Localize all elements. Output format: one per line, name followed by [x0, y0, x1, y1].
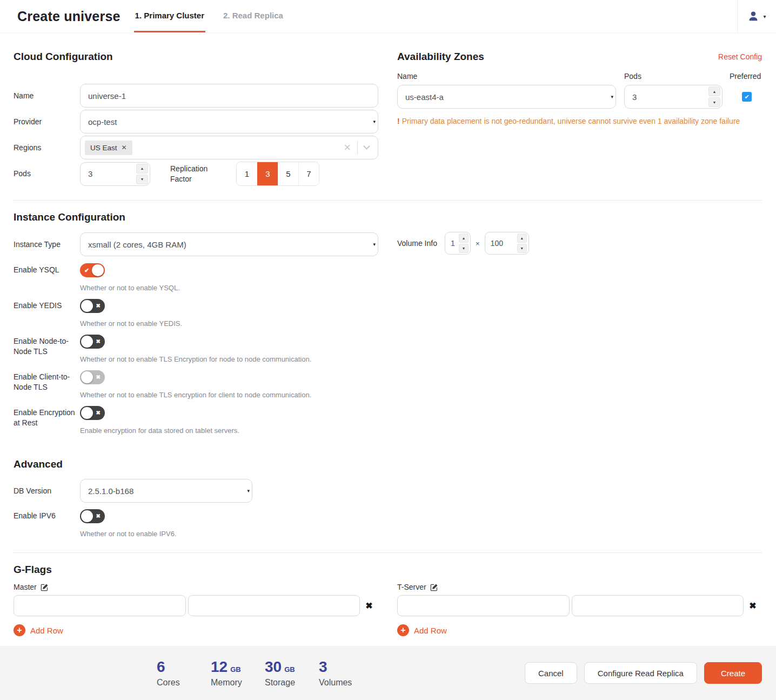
toggle-knob	[92, 264, 104, 276]
volume-info-label: Volume Info	[397, 239, 445, 248]
edit-icon[interactable]	[430, 583, 438, 591]
pods-row: Pods 3 ▲ ▼ Replication Factor 1 3 5	[14, 162, 378, 186]
availability-zones-section: Availability Zones Reset Config Name Pod…	[397, 51, 762, 188]
tab-read-replica[interactable]: 2. Read Replica	[222, 0, 284, 32]
user-icon	[747, 10, 759, 22]
remove-tserver-row-icon[interactable]: ✖	[744, 601, 762, 611]
pods-decrement-button[interactable]: ▼	[136, 175, 148, 184]
replication-factor-5-button[interactable]: 5	[278, 162, 298, 185]
universe-name-input[interactable]	[80, 84, 378, 108]
storage-stat: 30 GB Storage	[265, 658, 319, 688]
instance-type-select[interactable]: xsmall (2 cores, 4GB RAM) ▾	[80, 232, 378, 256]
regions-multiselect[interactable]: US East ✕ ×	[80, 136, 378, 159]
enable-yedis-toggle[interactable]: ✖	[80, 299, 105, 313]
select-arrow-icon: ▾	[373, 242, 376, 247]
master-label: Master	[14, 583, 37, 591]
instance-configuration-heading: Instance Configuration	[14, 211, 378, 223]
enable-ipv6-row: Enable IPV6 ✖ Whether or not to enable I…	[14, 509, 378, 538]
volume-size-increment-button[interactable]: ▲	[517, 234, 527, 243]
az-name-select[interactable]: us-east4-a ▾	[397, 85, 616, 109]
db-version-row: DB Version 2.5.1.0-b168 ▾	[14, 479, 378, 503]
az-name-header: Name	[397, 72, 624, 81]
instance-configuration-section: Instance Configuration Instance Type xsm…	[14, 211, 378, 538]
master-flag-name-input[interactable]	[14, 595, 186, 616]
volume-size-decrement-button[interactable]: ▼	[517, 244, 527, 253]
edit-icon[interactable]	[41, 583, 49, 591]
volume-count-decrement-button[interactable]: ▼	[459, 244, 469, 253]
enable-ysql-toggle[interactable]: ✔	[80, 263, 105, 277]
check-icon: ✔	[84, 268, 89, 274]
az-pods-increment-button[interactable]: ▲	[708, 86, 720, 96]
db-version-select[interactable]: 2.5.1.0-b168 ▾	[80, 479, 252, 503]
az-pods-header: Pods	[624, 72, 730, 81]
tserver-label: T-Server	[397, 583, 426, 591]
enable-client-to-node-tls-helper: Whether or not to enable TLS encryption …	[80, 391, 378, 399]
master-add-row-button[interactable]: + Add Row	[14, 624, 378, 636]
enable-ysql-row: Enable YSQL ✔ Whether or not to enable Y…	[14, 263, 378, 292]
enable-client-to-node-tls-toggle: ✖	[80, 370, 105, 384]
tserver-add-row-button[interactable]: + Add Row	[397, 624, 762, 636]
enable-encryption-at-rest-toggle[interactable]: ✖	[80, 406, 105, 420]
volume-count-stepper[interactable]: 1 ▲ ▼	[445, 232, 471, 255]
cross-icon: ✖	[96, 514, 101, 519]
pods-increment-button[interactable]: ▲	[136, 164, 148, 174]
pods-stepper[interactable]: 3 ▲ ▼	[80, 162, 150, 186]
name-label: Name	[14, 91, 80, 101]
chevron-down-icon: ▾	[763, 14, 766, 19]
enable-node-to-node-tls-label: Enable Node-to-Node TLS	[14, 335, 80, 363]
reset-config-link[interactable]: Reset Config	[718, 52, 762, 61]
replication-factor-7-button[interactable]: 7	[298, 162, 319, 185]
tserver-flag-name-input[interactable]	[397, 595, 570, 616]
enable-node-to-node-tls-toggle[interactable]: ✖	[80, 335, 105, 349]
select-arrow-icon: ▾	[611, 95, 613, 99]
az-pods-stepper[interactable]: 3 ▲ ▼	[624, 85, 723, 109]
enable-ipv6-helper: Whether or not to enable IPV6.	[80, 530, 378, 538]
az-pods-decrement-button[interactable]: ▼	[708, 97, 720, 107]
enable-ipv6-toggle[interactable]: ✖	[80, 509, 105, 523]
enable-yedis-helper: Whether or not to enable YEDIS.	[80, 319, 378, 328]
volume-size-stepper[interactable]: 100 ▲ ▼	[485, 232, 529, 255]
check-icon: ✔	[744, 94, 749, 101]
enable-ysql-label: Enable YSQL	[14, 263, 80, 292]
provider-select[interactable]: ocp-test ▾	[80, 110, 378, 134]
select-arrow-icon: ▾	[373, 119, 376, 124]
volume-count-increment-button[interactable]: ▲	[459, 234, 469, 243]
replication-factor-1-button[interactable]: 1	[237, 162, 257, 185]
memory-stat: 12 GB Memory	[211, 658, 265, 688]
az-warning: !Primary data placement is not geo-redun…	[397, 117, 762, 125]
configure-read-replica-button[interactable]: Configure Read Replica	[584, 662, 697, 684]
tab-primary-cluster[interactable]: 1. Primary Cluster	[134, 0, 205, 32]
replication-factor-3-button[interactable]: 3	[257, 162, 278, 185]
instance-type-row: Instance Type xsmall (2 cores, 4GB RAM) …	[14, 232, 378, 256]
separator	[357, 141, 358, 155]
region-chip-remove-icon[interactable]: ✕	[122, 144, 127, 151]
enable-node-to-node-tls-row: Enable Node-to-Node TLS ✖ Whether or not…	[14, 335, 378, 363]
gflags-section: G-Flags Master ✖	[14, 564, 762, 636]
enable-ysql-helper: Whether or not to enable YSQL.	[80, 284, 378, 292]
create-button[interactable]: Create	[704, 662, 762, 684]
toggle-knob	[81, 336, 93, 348]
gflags-master: Master ✖ + Add Row	[14, 583, 378, 636]
divider	[14, 552, 762, 553]
enable-client-to-node-tls-row: Enable Client-to-Node TLS ✖ Whether or n…	[14, 370, 378, 399]
cross-icon: ✖	[96, 339, 101, 344]
wizard-tabs: 1. Primary Cluster 2. Read Replica	[134, 0, 301, 32]
az-column-headers: Name Pods Preferred	[397, 72, 762, 81]
remove-master-row-icon[interactable]: ✖	[360, 601, 378, 611]
advanced-heading: Advanced	[14, 458, 378, 470]
volumes-stat: 3 Volumes	[319, 658, 373, 688]
cross-icon: ✖	[96, 375, 101, 380]
cancel-button[interactable]: Cancel	[525, 662, 577, 684]
enable-client-to-node-tls-label: Enable Client-to-Node TLS	[14, 370, 80, 399]
master-flag-value-input[interactable]	[188, 595, 360, 616]
tserver-flag-value-input[interactable]	[572, 595, 744, 616]
clear-regions-icon[interactable]: ×	[344, 142, 351, 154]
enable-encryption-at-rest-label: Enable Encryption at Rest	[14, 406, 80, 435]
enable-yedis-label: Enable YEDIS	[14, 299, 80, 328]
enable-node-to-node-tls-helper: Whether or not to enable TLS Encryption …	[80, 355, 378, 363]
instance-type-label: Instance Type	[14, 239, 80, 250]
chevron-down-icon[interactable]	[363, 143, 370, 150]
main-content: Cloud Configuration Name Provider ocp-te…	[0, 32, 776, 646]
user-menu[interactable]: ▾	[737, 0, 776, 32]
preferred-checkbox[interactable]: ✔	[742, 92, 752, 102]
